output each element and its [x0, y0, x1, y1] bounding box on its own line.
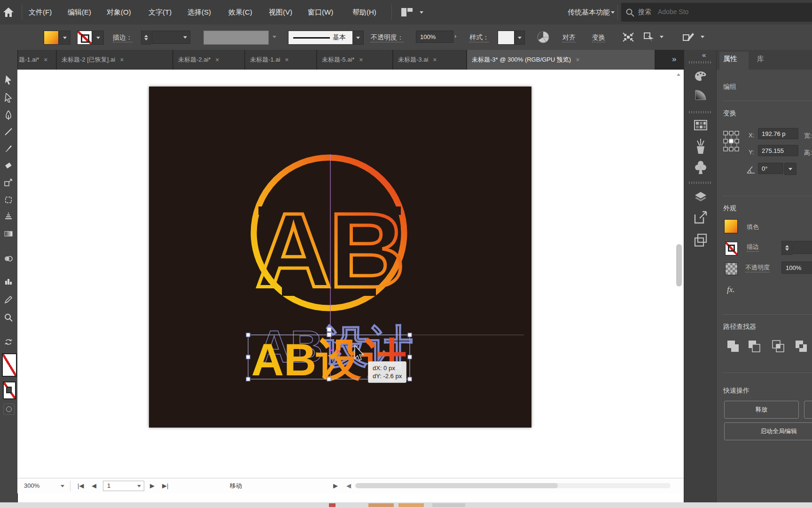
export-panel-icon[interactable] [694, 211, 707, 224]
doc-tab[interactable]: 未标题-3.ai × [393, 50, 467, 70]
pathfinder-unite-button[interactable] [726, 340, 740, 355]
swap-fill-stroke-icon[interactable] [2, 336, 15, 348]
status-play-icon[interactable]: ▶ [333, 478, 338, 493]
opacity-swatch[interactable] [725, 262, 738, 275]
stroke-weight-input[interactable] [152, 31, 190, 44]
doc-tab[interactable]: 题-1.ai* × [14, 50, 56, 70]
stroke-weight-stepper[interactable] [781, 241, 793, 255]
brushes-panel-icon[interactable] [695, 138, 706, 155]
collapse-panels-button[interactable]: « [702, 51, 706, 59]
menu-select[interactable]: 选择(S) [187, 0, 211, 24]
menu-window[interactable]: 窗口(W) [308, 0, 333, 24]
taskbar-item[interactable] [368, 503, 394, 507]
pathfinder-exclude-button[interactable] [795, 340, 808, 355]
opacity-label[interactable]: 不透明度： [371, 32, 404, 42]
vertical-scrollbar[interactable] [675, 71, 683, 474]
zoom-level[interactable]: 300% [24, 478, 39, 493]
pathfinder-intersect-button[interactable] [772, 340, 785, 355]
stroke-weight-field-clipped[interactable] [793, 241, 812, 254]
opacity-more-arrow[interactable]: › [454, 32, 456, 40]
line-segment-tool[interactable] [2, 126, 15, 138]
artboard-tool[interactable] [2, 194, 15, 206]
fill-swatch[interactable] [2, 353, 17, 377]
style-dropdown-button[interactable] [515, 31, 525, 45]
tab-properties[interactable]: 属性 [723, 55, 737, 64]
fx-button[interactable]: fx. [727, 285, 735, 294]
recolor-artwork-icon[interactable] [537, 31, 550, 46]
arrange-documents-icon[interactable] [401, 8, 413, 19]
doc-tab[interactable]: 未标题-5.ai* × [317, 50, 393, 70]
taskbar-item[interactable] [432, 503, 465, 507]
menu-edit[interactable]: 编辑(E) [68, 0, 91, 24]
horizontal-scroll-thumb[interactable] [356, 483, 558, 488]
taskbar-item[interactable] [329, 503, 336, 507]
stroke-dropdown-button[interactable] [93, 31, 104, 45]
tab-close-icon[interactable]: × [44, 56, 47, 64]
column-graph-tool[interactable] [2, 275, 15, 287]
menu-file[interactable]: 文件(F) [29, 0, 52, 24]
scale-tool[interactable] [2, 176, 15, 189]
blend-tool[interactable] [2, 210, 15, 222]
next-artboard-button[interactable]: ▶ [150, 478, 155, 493]
menu-help[interactable]: 帮助(H) [352, 0, 376, 24]
artboard-number-field[interactable]: 1 [103, 481, 144, 491]
doc-tab[interactable]: 未标题-2 [已恢复].ai × [57, 50, 173, 70]
doc-tab[interactable]: 未标题-1.ai × [245, 50, 317, 70]
stroke-weight-stepper[interactable] [141, 31, 151, 45]
pathfinder-minus-front-button[interactable] [748, 340, 761, 355]
shape-builder-tool[interactable] [2, 253, 15, 265]
scroll-up-icon[interactable] [677, 73, 680, 76]
y-input[interactable]: 275.155 [758, 145, 798, 156]
rotate-input[interactable]: 0° [758, 163, 783, 174]
workspace-switcher[interactable]: 传统基本功能 [568, 0, 610, 24]
global-edit-button[interactable]: 启动全局编辑 [724, 422, 812, 440]
stroke-weight-label[interactable]: 描边： [113, 32, 133, 42]
chevron-down-icon[interactable] [701, 36, 704, 38]
select-similar-icon[interactable] [643, 32, 656, 44]
last-artboard-button[interactable]: ▶| [162, 478, 168, 493]
appearance-opacity-label[interactable]: 不透明度 [745, 263, 770, 272]
chevron-down-icon[interactable] [611, 11, 615, 14]
appearance-fill-swatch[interactable] [724, 219, 738, 233]
appearance-stroke-swatch[interactable] [725, 242, 738, 255]
draw-mode-button[interactable] [3, 404, 15, 415]
document-canvas[interactable]: AB AB设计 AB设计 [17, 70, 684, 478]
scroll-left-icon[interactable]: ◀ [346, 478, 351, 493]
tab-overflow-button[interactable]: » [672, 55, 676, 64]
clipped-quick-button[interactable] [804, 401, 812, 419]
dock-grip[interactable] [689, 61, 711, 64]
prev-artboard-button[interactable]: ◀ [92, 478, 96, 493]
style-label[interactable]: 样式： [469, 32, 489, 42]
transform-button[interactable]: 变换 [592, 32, 605, 42]
tab-close-icon[interactable]: × [120, 56, 124, 64]
fill-color-swatch[interactable] [44, 31, 59, 45]
stroke-swatch[interactable] [3, 381, 16, 399]
gradient-panel-icon[interactable] [695, 87, 707, 101]
gradient-tool[interactable] [2, 228, 15, 240]
x-input[interactable]: 192.76 p [758, 128, 798, 139]
pencil-tool[interactable] [2, 294, 15, 306]
menu-view[interactable]: 视图(V) [269, 0, 292, 24]
stroke-color-swatch[interactable] [77, 31, 92, 45]
opacity-input[interactable]: 100% [416, 31, 453, 43]
menu-object[interactable]: 对象(O) [107, 0, 131, 24]
dock-grip[interactable] [689, 111, 711, 113]
appearance-opacity-value[interactable]: 100% [781, 262, 812, 274]
doc-tab[interactable]: 未标题-2.ai* × [173, 50, 245, 70]
selection-tool[interactable] [2, 74, 15, 86]
layers-panel-icon[interactable] [695, 191, 707, 202]
brush-dropdown-button[interactable] [352, 31, 364, 45]
align-button[interactable]: 对齐 [562, 32, 576, 42]
style-swatch[interactable] [498, 31, 515, 45]
dock-grip[interactable] [689, 182, 711, 184]
taskbar-item[interactable] [398, 503, 424, 507]
chevron-down-icon[interactable] [660, 36, 664, 38]
tab-close-icon[interactable]: × [359, 56, 363, 64]
home-icon[interactable] [3, 7, 14, 19]
horizontal-scrollbar[interactable] [355, 483, 671, 488]
tab-libraries[interactable]: 库 [757, 55, 764, 64]
tab-close-icon[interactable]: × [433, 56, 437, 64]
pen-tool[interactable] [2, 109, 15, 121]
menu-effect[interactable]: 效果(C) [228, 0, 252, 24]
chevron-down-icon[interactable] [420, 11, 423, 14]
